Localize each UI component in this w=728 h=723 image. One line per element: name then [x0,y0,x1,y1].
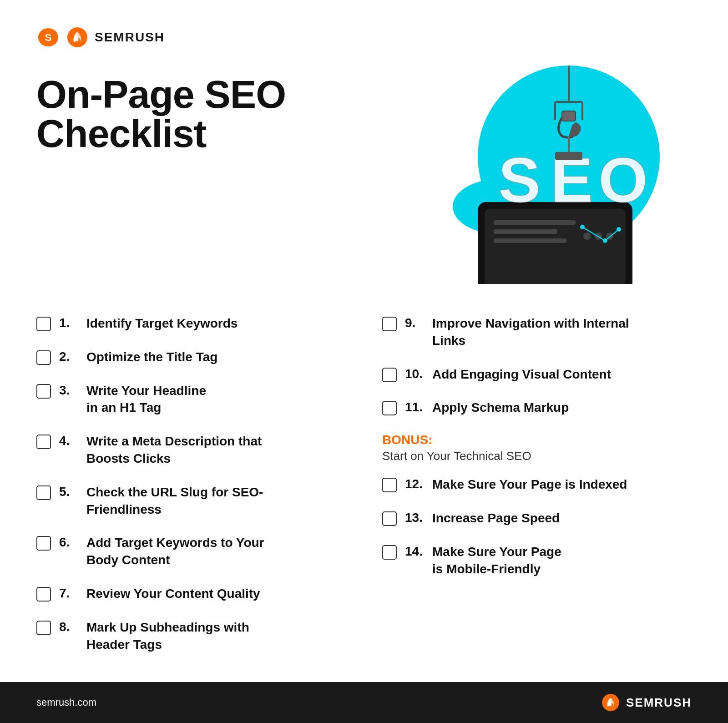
item-text: Write a Meta Description that Boosts Cli… [86,433,262,467]
svg-rect-6 [485,209,626,284]
list-item: 9. Improve Navigation with Internal Link… [382,307,692,358]
checkbox-9[interactable] [382,317,397,331]
item-number: 6. [59,535,78,550]
logo-text: SEMRUSH [95,30,165,45]
item-text: Add Target Keywords to Your Body Content [86,534,264,569]
svg-text:S: S [498,144,541,216]
list-item: 8. Mark Up Subheadings with Header Tags [36,611,346,662]
svg-text:O: O [598,144,648,216]
item-text: Identify Target Keywords [86,315,238,332]
bonus-section: BONUS: Start on Your Technical SEO [382,425,692,468]
list-item: 12. Make Sure Your Page is Indexed [382,468,692,501]
top-section: On-Page SEO Checklist [36,66,692,284]
item-text: Make Sure Your Page is Mobile-Friendly [432,543,561,578]
checkbox-5[interactable] [36,485,51,500]
svg-rect-8 [494,229,557,234]
footer-url: semrush.com [36,697,96,708]
item-number: 8. [59,620,78,634]
item-number: 1. [59,316,78,330]
list-item: 13. Increase Page Speed [382,501,692,535]
item-number: 5. [59,485,78,499]
list-item: 4. Write a Meta Description that Boosts … [36,425,346,475]
item-text: Write Your Headline in an H1 Tag [86,382,206,417]
list-item: 5. Check the URL Slug for SEO- Friendlin… [36,475,346,526]
checkbox-4[interactable] [36,435,51,449]
item-text: Optimize the Title Tag [86,349,217,366]
item-number: 3. [59,383,78,398]
svg-point-15 [580,225,585,229]
item-text: Improve Navigation with Internal Links [432,315,629,349]
item-number: 10. [405,367,424,381]
item-text: Mark Up Subheadings with Header Tags [86,619,249,653]
checkbox-12[interactable] [382,478,397,492]
item-text: Apply Schema Markup [432,399,569,416]
checkbox-13[interactable] [382,511,397,526]
checkbox-3[interactable] [36,384,51,399]
checkbox-6[interactable] [36,536,51,551]
svg-rect-27 [555,152,582,160]
checklist-section: 1. Identify Target Keywords 2. Optimize … [36,307,692,664]
list-item: 11. Apply Schema Markup [382,391,692,425]
item-text: Check the URL Slug for SEO- Friendliness [86,484,263,518]
svg-point-16 [603,238,607,243]
seo-illustration: S E O [428,66,682,284]
svg-text:S: S [45,32,52,43]
main-content: S SEMRUSH On-Page SEO Checklist [0,0,728,682]
footer-logo: SEMRUSH [600,693,692,712]
item-text: Review Your Content Quality [86,585,260,602]
checkbox-2[interactable] [36,350,51,365]
list-item: 2. Optimize the Title Tag [36,340,346,374]
list-item: 3. Write Your Headline in an H1 Tag [36,374,346,425]
bonus-subtitle: Start on Your Technical SEO [382,449,692,463]
item-number: 9. [405,316,424,330]
list-item: 7. Review Your Content Quality [36,577,346,611]
item-number: 12. [405,477,424,491]
checkbox-8[interactable] [36,621,51,635]
list-item: 14. Make Sure Your Page is Mobile-Friend… [382,535,692,586]
checklist-col-right: 9. Improve Navigation with Internal Link… [382,307,692,664]
item-number: 7. [59,586,78,601]
checkbox-11[interactable] [382,401,397,415]
header-logo: S SEMRUSH [36,27,692,47]
title-block: On-Page SEO Checklist [36,66,286,153]
item-text: Add Engaging Visual Content [432,366,611,383]
footer-logo-icon [600,693,622,712]
svg-point-10 [583,233,591,240]
checkbox-10[interactable] [382,368,397,382]
checkbox-1[interactable] [36,317,51,331]
svg-rect-7 [494,220,576,225]
svg-rect-9 [494,238,566,243]
illustration-block: S E O [419,66,692,284]
list-item: 1. Identify Target Keywords [36,307,346,340]
item-text: Make Sure Your Page is Indexed [432,476,627,493]
item-number: 2. [59,349,78,364]
semrush-brand-logo [65,27,90,47]
semrush-logo-icon: S [36,28,60,46]
item-text: Increase Page Speed [432,510,560,527]
item-number: 4. [59,434,78,448]
main-title: On-Page SEO Checklist [36,75,286,153]
checkbox-14[interactable] [382,545,397,560]
item-number: 13. [405,511,424,525]
list-item: 6. Add Target Keywords to Your Body Cont… [36,526,346,577]
list-item: 10. Add Engaging Visual Content [382,358,692,391]
item-number: 14. [405,544,424,559]
svg-point-17 [617,227,621,232]
bonus-label: BONUS: [382,433,692,447]
item-number: 11. [405,400,424,415]
footer-logo-text: SEMRUSH [626,696,692,710]
checkbox-7[interactable] [36,587,51,602]
checklist-col-left: 1. Identify Target Keywords 2. Optimize … [36,307,346,664]
svg-rect-25 [562,111,576,121]
footer: semrush.com SEMRUSH [0,682,728,723]
